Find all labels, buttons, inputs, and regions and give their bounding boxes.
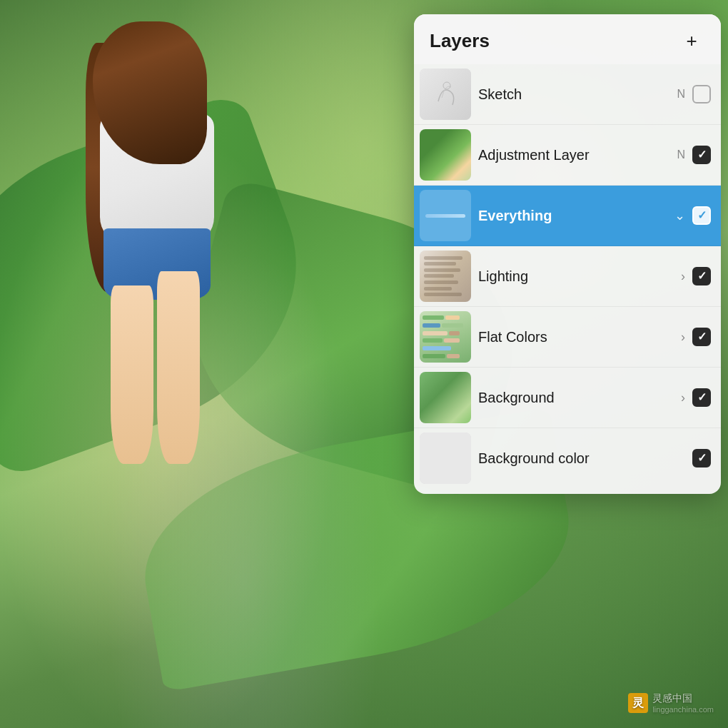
checkmark-flatcolors: ✓ (697, 331, 707, 343)
layer-mode-adjustment: N (677, 148, 685, 161)
layer-visibility-lighting[interactable]: ✓ (692, 267, 711, 285)
layer-row-sketch[interactable]: Sketch N (414, 64, 721, 125)
layer-row-adjustment[interactable]: Adjustment Layer N ✓ (414, 125, 721, 186)
layer-controls-sketch: N (677, 85, 711, 103)
layer-thumbnail-bgcolor (420, 433, 471, 484)
layer-row-everything[interactable]: Everything ⌄ ✓ (414, 186, 721, 246)
layer-thumbnail-lighting (420, 251, 471, 302)
layer-row-background[interactable]: Background › ✓ (414, 368, 721, 428)
char-legs-right (157, 271, 200, 464)
layer-thumbnail-everything (420, 190, 471, 241)
layer-info-sketch: Sketch N (478, 85, 711, 103)
layer-name-bgcolor: Background color (478, 450, 692, 467)
chevron-right-icon-lighting: › (681, 269, 685, 284)
layer-thumbnail-sketch (420, 69, 471, 120)
watermark-text: 灵感中国 lingganchina.com (652, 692, 714, 714)
layer-controls-flatcolors: › ✓ (681, 328, 711, 346)
layer-info-adjustment: Adjustment Layer N ✓ (478, 146, 711, 164)
layer-controls-bgcolor: ✓ (692, 449, 711, 467)
layers-panel: Layers + Sketch N Adjustme (414, 14, 721, 494)
panel-title: Layers (430, 30, 490, 52)
layer-visibility-everything[interactable]: ✓ (692, 206, 711, 225)
layer-name-lighting: Lighting (478, 268, 681, 285)
svg-point-0 (443, 82, 450, 89)
layer-visibility-bgcolor[interactable]: ✓ (692, 449, 711, 467)
character-area (0, 0, 407, 728)
watermark-logo: 灵 (628, 693, 648, 713)
chevron-right-icon-background: › (681, 390, 685, 405)
layer-row-flatcolors[interactable]: Flat Colors › ✓ (414, 307, 721, 368)
watermark: 灵 灵感中国 lingganchina.com (628, 692, 714, 714)
watermark-brand: 灵感中国 (652, 692, 714, 705)
layer-info-background: Background › ✓ (478, 388, 711, 407)
char-legs-left (111, 285, 153, 464)
add-layer-button[interactable]: + (678, 27, 705, 54)
layer-controls-everything: ⌄ ✓ (674, 206, 711, 225)
layer-controls-lighting: › ✓ (681, 267, 711, 285)
layer-info-lighting: Lighting › ✓ (478, 267, 711, 285)
layer-row-bgcolor[interactable]: Background color ✓ (414, 428, 721, 488)
layer-thumbnail-adjustment (420, 129, 471, 181)
checkmark-lighting: ✓ (697, 271, 707, 282)
checkmark-background: ✓ (697, 392, 707, 403)
layer-name-background: Background (478, 390, 681, 406)
layer-thumbnail-flatcolors (420, 311, 471, 363)
chevron-right-icon-flatcolors: › (681, 330, 685, 345)
layer-mode-sketch: N (677, 88, 685, 101)
checkmark-bgcolor: ✓ (697, 453, 707, 464)
layer-visibility-sketch[interactable] (692, 85, 711, 103)
layer-name-adjustment: Adjustment Layer (478, 147, 677, 163)
layer-name-everything: Everything (478, 208, 674, 224)
layer-visibility-background[interactable]: ✓ (692, 388, 711, 407)
layer-controls-background: › ✓ (681, 388, 711, 407)
layer-visibility-adjustment[interactable]: ✓ (692, 146, 711, 164)
layer-info-bgcolor: Background color ✓ (478, 449, 711, 467)
chevron-down-icon-everything: ⌄ (674, 208, 685, 223)
layer-name-sketch: Sketch (478, 86, 677, 103)
layer-visibility-flatcolors[interactable]: ✓ (692, 328, 711, 346)
panel-header: Layers + (414, 14, 721, 64)
layer-info-flatcolors: Flat Colors › ✓ (478, 328, 711, 346)
layer-name-flatcolors: Flat Colors (478, 329, 681, 345)
checkmark-everything: ✓ (697, 210, 707, 221)
watermark-url: lingganchina.com (652, 705, 714, 714)
checkmark-adjustment: ✓ (697, 149, 707, 161)
layer-info-everything: Everything ⌄ ✓ (478, 206, 711, 225)
layer-row-lighting[interactable]: Lighting › ✓ (414, 246, 721, 307)
layer-thumbnail-background (420, 372, 471, 423)
group-line-everything (425, 214, 465, 218)
layer-controls-adjustment: N ✓ (677, 146, 711, 164)
